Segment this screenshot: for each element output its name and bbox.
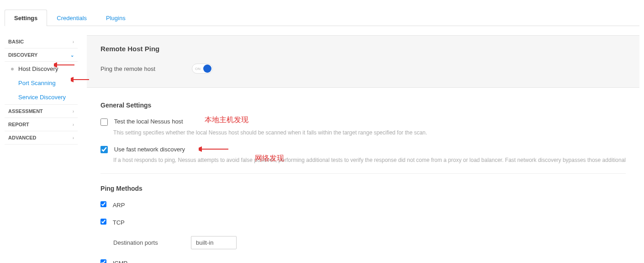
arp-label: ARP: [113, 202, 125, 209]
arp-checkbox[interactable]: [100, 201, 106, 207]
chevron-right-icon: ›: [73, 135, 74, 140]
tab-settings[interactable]: Settings: [5, 10, 47, 26]
icmp-checkbox[interactable]: [100, 259, 106, 263]
divider: [100, 173, 626, 174]
tab-plugins[interactable]: Plugins: [96, 10, 135, 26]
icmp-label: ICMP: [113, 260, 128, 263]
tcp-label: TCP: [113, 219, 125, 226]
fast-network-discovery-label: Use fast network discovery: [114, 146, 185, 153]
sidebar-label-discovery: DISCOVERY: [8, 52, 37, 58]
destination-ports-label: Destination ports: [113, 239, 191, 246]
sidebar-label-assessment: ASSESSMENT: [8, 108, 43, 114]
chevron-right-icon: ›: [73, 109, 74, 114]
remote-host-ping-section: Remote Host Ping Ping the remote host ON: [87, 35, 639, 88]
sidebar-sub-host-discovery[interactable]: Host Discovery: [5, 62, 78, 76]
sidebar-item-assessment[interactable]: ASSESSMENT ›: [5, 104, 78, 118]
chevron-down-icon: ⌄: [70, 53, 74, 58]
general-settings-section: General Settings Test the local Nessus h…: [87, 88, 639, 263]
sidebar-label-advanced: ADVANCED: [8, 135, 37, 140]
destination-ports-input[interactable]: [191, 236, 237, 249]
remote-host-ping-title: Remote Host Ping: [100, 45, 626, 53]
chevron-right-icon: ›: [73, 39, 74, 44]
test-local-nessus-checkbox[interactable]: [100, 118, 108, 126]
ping-remote-host-toggle[interactable]: ON: [192, 64, 213, 74]
tcp-checkbox[interactable]: [100, 219, 106, 225]
toggle-knob-icon: [203, 64, 211, 73]
sidebar-item-basic[interactable]: BASIC ›: [5, 35, 78, 48]
fast-network-discovery-checkbox[interactable]: [100, 146, 108, 153]
sidebar-item-report[interactable]: REPORT ›: [5, 118, 78, 131]
sidebar-item-advanced[interactable]: ADVANCED ›: [5, 131, 78, 145]
general-settings-title: General Settings: [100, 102, 626, 109]
sidebar-label-report: REPORT: [8, 122, 29, 127]
settings-sidebar: BASIC › DISCOVERY ⌄ Host Discovery Port …: [5, 26, 78, 263]
toggle-on-text: ON: [195, 67, 201, 71]
test-local-nessus-desc: This setting specifies whether the local…: [113, 129, 626, 136]
chevron-right-icon: ›: [73, 122, 74, 127]
top-tabs: Settings Credentials Plugins: [5, 9, 639, 26]
sidebar-sub-port-scanning[interactable]: Port Scanning: [5, 76, 78, 90]
ping-methods-title: Ping Methods: [100, 185, 626, 192]
test-local-nessus-label: Test the local Nessus host: [114, 118, 183, 125]
tab-credentials[interactable]: Credentials: [47, 10, 96, 26]
fast-network-discovery-desc: If a host responds to ping, Nessus attem…: [113, 157, 626, 163]
sidebar-item-discovery[interactable]: DISCOVERY ⌄: [5, 48, 78, 62]
sidebar-label-basic: BASIC: [8, 39, 24, 44]
sidebar-sub-service-discovery[interactable]: Service Discovery: [5, 90, 78, 104]
ping-remote-host-label: Ping the remote host: [100, 65, 192, 72]
